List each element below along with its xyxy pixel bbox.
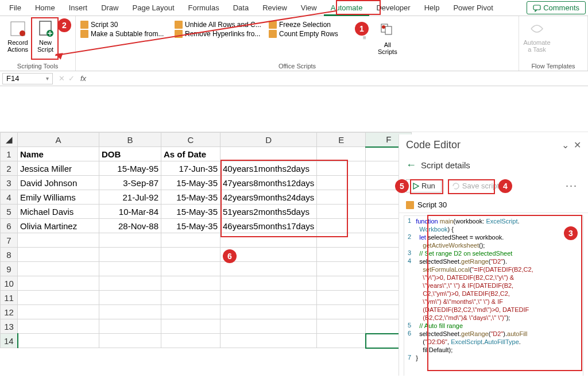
back-arrow-icon[interactable]: ←	[406, 159, 416, 171]
cell[interactable]	[220, 276, 317, 291]
cell[interactable]	[18, 334, 99, 348]
cell[interactable]	[317, 205, 366, 219]
cell[interactable]	[99, 305, 161, 319]
cell[interactable]	[317, 262, 366, 276]
cell[interactable]	[220, 305, 317, 319]
cell[interactable]	[99, 248, 161, 262]
col-header[interactable]: C	[161, 133, 220, 147]
script-item[interactable]: Freeze Selection	[269, 21, 355, 29]
fx-icon[interactable]: fx	[78, 74, 86, 83]
tab-developer[interactable]: Developer	[369, 1, 417, 14]
cell[interactable]	[18, 276, 99, 291]
cell[interactable]	[18, 319, 99, 334]
code-editor[interactable]: 1234567 function main(workbook: ExcelScr…	[404, 215, 583, 376]
cell[interactable]	[99, 319, 161, 334]
row-header[interactable]: 4	[1, 190, 18, 205]
tab-help[interactable]: Help	[417, 1, 447, 14]
script-item[interactable]: Count Empty Rows	[269, 30, 355, 38]
cell[interactable]: 10-Mar-84	[99, 205, 161, 219]
cell[interactable]: 21-Jul-92	[99, 190, 161, 205]
cell[interactable]	[317, 305, 366, 319]
cell[interactable]	[220, 319, 317, 334]
row-header[interactable]: 3	[1, 176, 18, 190]
row-header[interactable]: 5	[1, 205, 18, 219]
tab-formulas[interactable]: Formulas	[181, 1, 226, 14]
tab-data[interactable]: Data	[226, 1, 256, 14]
row-header[interactable]: 2	[1, 161, 18, 176]
col-header[interactable]: D	[220, 133, 317, 147]
cell[interactable]: 15-May-35	[161, 176, 220, 190]
cell[interactable]	[18, 305, 99, 319]
cell[interactable]	[161, 319, 220, 334]
cell[interactable]	[317, 291, 366, 305]
script-item[interactable]: Make a Subtable from...	[80, 30, 167, 38]
enter-icon[interactable]: ✓	[68, 74, 75, 83]
cell[interactable]	[161, 305, 220, 319]
cell[interactable]	[18, 291, 99, 305]
run-button[interactable]: Run	[406, 179, 442, 192]
row-header[interactable]: 1	[1, 147, 18, 161]
cell[interactable]	[220, 334, 317, 348]
cell[interactable]: 15-May-35	[161, 205, 220, 219]
cell[interactable]: Emily Williams	[18, 190, 99, 205]
col-header[interactable]: A	[18, 133, 99, 147]
cell[interactable]: 42years9months24days	[220, 190, 317, 205]
row-header[interactable]: 6	[1, 219, 18, 233]
cell[interactable]	[317, 334, 366, 348]
code-text[interactable]: function main(workbook: ExcelScript. Wor…	[413, 216, 583, 376]
all-scripts-button[interactable]: All Scripts	[374, 21, 401, 56]
row-header[interactable]: 13	[1, 319, 18, 334]
cell[interactable]: 28-Nov-88	[99, 219, 161, 233]
more-button[interactable]: ···	[562, 180, 581, 192]
cell[interactable]: 46years5months17days	[220, 219, 317, 233]
cell[interactable]	[317, 276, 366, 291]
close-icon[interactable]: ✕	[574, 140, 581, 151]
cancel-icon[interactable]: ✕	[59, 74, 65, 83]
cell[interactable]	[317, 176, 366, 190]
cell[interactable]: 3-Sep-87	[99, 176, 161, 190]
chevron-down-icon[interactable]: ⌄	[562, 140, 569, 151]
cell[interactable]	[317, 219, 366, 233]
cell[interactable]: 51years2months5days	[220, 205, 317, 219]
row-header[interactable]: 9	[1, 262, 18, 276]
comments-button[interactable]: Comments	[527, 1, 586, 14]
row-header[interactable]: 10	[1, 276, 18, 291]
cell[interactable]	[317, 233, 366, 248]
name-box[interactable]: F14▾	[2, 73, 53, 84]
cell[interactable]: 15-May-35	[161, 219, 220, 233]
cell[interactable]	[161, 248, 220, 262]
cell[interactable]	[18, 248, 99, 262]
cell[interactable]: Michael Davis	[18, 205, 99, 219]
col-header[interactable]: B	[99, 133, 161, 147]
col-header[interactable]: E	[317, 133, 366, 147]
tab-home[interactable]: Home	[28, 1, 62, 14]
tab-automate[interactable]: Automate	[324, 0, 370, 16]
row-header[interactable]: 14	[1, 334, 18, 348]
save-script-button[interactable]: Save script	[447, 180, 504, 192]
cell[interactable]	[99, 291, 161, 305]
script-item[interactable]: Script 30	[80, 21, 167, 29]
row-header[interactable]: 7	[1, 233, 18, 248]
row-header[interactable]: 8	[1, 248, 18, 262]
cell[interactable]	[99, 334, 161, 348]
worksheet-grid[interactable]: ◢ A B C D E F 1 Name DOB As of Date 2 Je…	[0, 132, 412, 348]
cell[interactable]	[99, 262, 161, 276]
new-script-button[interactable]: New Script	[32, 18, 59, 54]
cell[interactable]	[220, 233, 317, 248]
tab-file[interactable]: File	[2, 1, 28, 14]
tab-draw[interactable]: Draw	[94, 1, 125, 14]
cell[interactable]	[18, 262, 99, 276]
cell[interactable]	[161, 291, 220, 305]
cell[interactable]	[161, 262, 220, 276]
row-header[interactable]: 11	[1, 291, 18, 305]
cell[interactable]: David Johnson	[18, 176, 99, 190]
cell[interactable]	[317, 319, 366, 334]
cell[interactable]	[99, 233, 161, 248]
cell[interactable]	[220, 147, 317, 161]
cell[interactable]: 15-May-35	[161, 190, 220, 205]
cell[interactable]: 17-Jun-35	[161, 161, 220, 176]
cell[interactable]: 40years1months2days	[220, 161, 317, 176]
cell[interactable]	[161, 276, 220, 291]
row-header[interactable]: 12	[1, 305, 18, 319]
cell[interactable]: Name	[18, 147, 99, 161]
